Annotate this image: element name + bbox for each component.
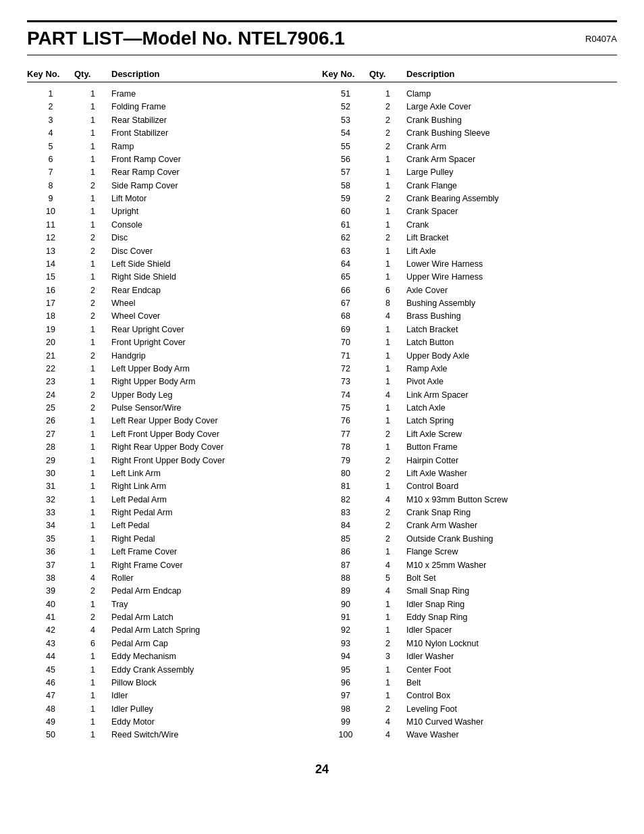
part-desc: Latch Spring: [406, 415, 617, 427]
part-desc: Outside Crank Bushing: [406, 533, 617, 546]
part-qty: 1: [369, 323, 406, 336]
part-desc: Center Foot: [406, 664, 617, 677]
part-qty: 1: [74, 166, 111, 179]
list-item: 11 1 Console: [27, 219, 322, 232]
part-qty: 4: [74, 572, 111, 585]
list-item: 17 2 Wheel: [27, 297, 322, 310]
part-keyno: 72: [322, 363, 369, 375]
part-desc: Small Snap Ring: [406, 585, 617, 598]
list-item: 41 2 Pedal Arm Latch: [27, 611, 322, 624]
part-desc: Button Frame: [406, 441, 617, 454]
part-keyno: 85: [322, 533, 369, 546]
part-desc: Lift Motor: [111, 192, 322, 205]
part-keyno: 69: [322, 323, 369, 336]
part-keyno: 47: [27, 689, 74, 702]
part-qty: 2: [74, 180, 111, 192]
part-desc: Ramp: [111, 140, 322, 153]
part-qty: 1: [74, 467, 111, 480]
page-title: PART LIST—Model No. NTEL7906.1: [27, 28, 345, 49]
part-keyno: 67: [322, 297, 369, 310]
part-qty: 1: [369, 677, 406, 689]
list-item: 34 1 Left Pedal: [27, 519, 322, 532]
part-qty: 1: [369, 336, 406, 349]
part-keyno: 43: [27, 637, 74, 650]
list-item: 50 1 Reed Switch/Wire: [27, 729, 322, 741]
part-keyno: 57: [322, 166, 369, 179]
part-keyno: 10: [27, 205, 74, 218]
part-qty: 1: [74, 546, 111, 558]
part-keyno: 46: [27, 677, 74, 689]
part-desc: Disc Cover: [111, 245, 322, 258]
part-keyno: 49: [27, 716, 74, 729]
part-qty: 1: [74, 336, 111, 349]
list-item: 49 1 Eddy Motor: [27, 716, 322, 729]
list-item: 77 2 Lift Axle Screw: [322, 428, 617, 441]
list-item: 8 2 Side Ramp Cover: [27, 180, 322, 192]
part-qty: 1: [74, 519, 111, 532]
part-keyno: 86: [322, 546, 369, 558]
part-keyno: 75: [322, 402, 369, 415]
part-desc: Right Frame Cover: [111, 559, 322, 572]
list-item: 71 1 Upper Body Axle: [322, 350, 617, 363]
part-desc: Eddy Motor: [111, 716, 322, 729]
part-qty: 6: [74, 637, 111, 650]
part-keyno: 88: [322, 572, 369, 585]
part-desc: M10 x 93mm Button Screw: [406, 494, 617, 506]
part-desc: Front Upright Cover: [111, 336, 322, 349]
part-desc: Handgrip: [111, 350, 322, 363]
left-parts-column: 1 1 Frame 2 1 Folding Frame 3 1 Rear Sta…: [27, 88, 322, 742]
part-keyno: 33: [27, 506, 74, 519]
part-qty: 2: [369, 637, 406, 650]
part-desc: Link Arm Spacer: [406, 389, 617, 402]
list-item: 56 1 Crank Arm Spacer: [322, 153, 617, 166]
right-keyno-header: Key No.: [322, 69, 369, 79]
part-keyno: 95: [322, 664, 369, 677]
part-qty: 1: [74, 716, 111, 729]
left-qty-header: Qty.: [74, 69, 111, 79]
part-desc: Lift Axle Screw: [406, 428, 617, 441]
part-keyno: 38: [27, 572, 74, 585]
part-desc: Right Rear Upper Body Cover: [111, 441, 322, 454]
part-desc: Crank Flange: [406, 180, 617, 192]
part-desc: Wave Washer: [406, 729, 617, 741]
list-item: 38 4 Roller: [27, 572, 322, 585]
list-item: 42 4 Pedal Arm Latch Spring: [27, 624, 322, 637]
part-qty: 1: [369, 402, 406, 415]
part-qty: 1: [74, 454, 111, 467]
part-desc: Wheel: [111, 297, 322, 310]
part-desc: Brass Bushing: [406, 310, 617, 323]
part-keyno: 40: [27, 598, 74, 611]
part-qty: 1: [74, 258, 111, 271]
list-item: 4 1 Front Stabilizer: [27, 127, 322, 140]
part-qty: 2: [369, 428, 406, 441]
part-keyno: 70: [322, 336, 369, 349]
part-desc: Roller: [111, 572, 322, 585]
left-keyno-header: Key No.: [27, 69, 74, 79]
part-keyno: 18: [27, 310, 74, 323]
part-desc: Crank Arm Washer: [406, 519, 617, 532]
list-item: 23 1 Right Upper Body Arm: [27, 375, 322, 388]
part-keyno: 56: [322, 153, 369, 166]
list-item: 89 4 Small Snap Ring: [322, 585, 617, 598]
list-item: 64 1 Lower Wire Harness: [322, 258, 617, 271]
part-desc: Pillow Block: [111, 677, 322, 689]
part-keyno: 100: [322, 729, 369, 741]
part-qty: 1: [369, 205, 406, 218]
part-qty: 1: [74, 205, 111, 218]
list-item: 86 1 Flange Screw: [322, 546, 617, 558]
part-desc: Large Axle Cover: [406, 101, 617, 113]
part-keyno: 89: [322, 585, 369, 598]
list-item: 44 1 Eddy Mechanism: [27, 650, 322, 663]
part-keyno: 1: [27, 88, 74, 101]
part-keyno: 39: [27, 585, 74, 598]
part-keyno: 42: [27, 624, 74, 637]
part-desc: Crank Snap Ring: [406, 506, 617, 519]
part-desc: Crank Spacer: [406, 205, 617, 218]
list-item: 96 1 Belt: [322, 677, 617, 689]
list-item: 19 1 Rear Upright Cover: [27, 323, 322, 336]
list-item: 39 2 Pedal Arm Endcap: [27, 585, 322, 598]
part-desc: Lift Axle Washer: [406, 467, 617, 480]
list-item: 13 2 Disc Cover: [27, 245, 322, 258]
list-item: 20 1 Front Upright Cover: [27, 336, 322, 349]
part-qty: 1: [74, 101, 111, 113]
